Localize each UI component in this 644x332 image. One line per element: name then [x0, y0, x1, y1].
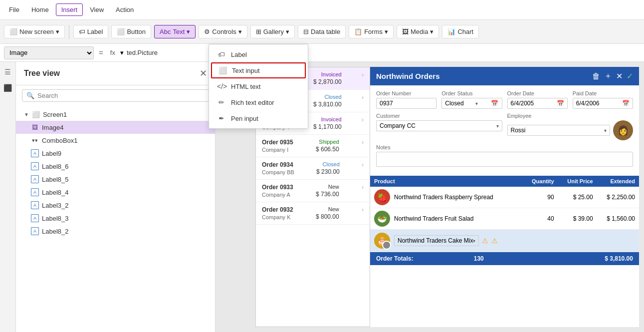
sidebar: Tree view ✕ 🔍 ▼ ⬜ Screen1 🖼 Image4 ▾▾ Co…: [16, 62, 215, 332]
content-area: Order 0937 Company K Invoiced $ 2,870.00…: [215, 62, 644, 332]
table-row-selected[interactable]: 🎂 Northwind Traders Cake Mix ▾ ⚠: [370, 230, 639, 252]
unit-col-header: Unit Price: [558, 176, 597, 187]
chevron-icon-first: ›: [362, 71, 364, 78]
tree-item-screen1[interactable]: ▼ ⬜ Screen1: [16, 108, 215, 121]
layers-icon[interactable]: ⬛: [1, 82, 14, 94]
new-screen-chevron: ▾: [56, 28, 59, 35]
button-icon: ⬜: [117, 28, 125, 35]
order-right-closed: Closed $ 3,810.00: [313, 94, 342, 108]
formula-input[interactable]: [127, 49, 640, 56]
controls-button[interactable]: ⚙ Controls ▾: [199, 25, 247, 38]
chevron-0935: ›: [362, 139, 364, 146]
order-item-0934[interactable]: Order 0934 Company BB Closed $ 230.00 ›: [256, 157, 370, 180]
search-icon: 🔍: [26, 92, 34, 99]
tree-item-label9[interactable]: A Label9: [16, 147, 215, 160]
chevron-0932: ›: [362, 206, 364, 213]
label-icon8: A: [31, 227, 39, 235]
label-button[interactable]: 🏷 Label: [73, 25, 109, 38]
data-table-button[interactable]: ⊟ Data table: [298, 25, 346, 38]
northwind-header: Northwind Orders 🗑 ＋ ✕ ✓: [370, 67, 639, 85]
order-status-select[interactable]: Closed ▾ 📅: [441, 98, 502, 109]
order-number-label: Order Number: [376, 90, 436, 96]
tree-item-label3-2[interactable]: A Label3_2: [16, 199, 215, 212]
add-button[interactable]: ＋: [604, 71, 612, 81]
tree-item-label8-5[interactable]: A Label8_5: [16, 173, 215, 186]
order-right-0937-first: Invoiced $ 2,870.00: [313, 71, 342, 85]
hamburger-icon[interactable]: ☰: [2, 66, 13, 78]
order-number-input[interactable]: 0937: [376, 98, 436, 109]
tree-item-combobox1[interactable]: ▾▾ ComboBox1: [16, 134, 215, 147]
tree-item-label8-2[interactable]: A Label8_2: [16, 225, 215, 238]
form-row-1: Order Number 0937 Order Status Closed ▾ …: [376, 90, 633, 109]
menu-home[interactable]: Home: [26, 4, 54, 15]
menu-action[interactable]: Action: [111, 4, 139, 15]
dropdown-item-text-input[interactable]: ⬜ Text input: [215, 62, 306, 78]
menu-file[interactable]: File: [4, 4, 24, 15]
employee-select[interactable]: Rossi ▾: [507, 125, 611, 136]
toolbar: ⬜ New screen ▾ 🏷 Label ⬜ Button Abc Text…: [0, 20, 644, 44]
close-button[interactable]: ✕: [616, 71, 623, 81]
paid-date-calendar-icon: 📅: [622, 100, 630, 107]
paid-date-field: Paid Date 6/4/2006 📅: [573, 90, 633, 109]
menu-view[interactable]: View: [85, 4, 109, 15]
notes-field: Notes: [376, 144, 633, 167]
product-select[interactable]: Northwind Traders Cake Mix ▾: [394, 235, 479, 246]
dropdown-item-pen-input[interactable]: ✒ Pen input: [215, 110, 308, 126]
order-status-field: Order Status Closed ▾ 📅: [441, 90, 502, 109]
media-icon: 🖼: [402, 28, 409, 35]
search-input[interactable]: [37, 92, 205, 99]
tree-item-label8-6[interactable]: A Label8_6: [16, 160, 215, 173]
gallery-icon: ⊞: [256, 28, 261, 35]
text-chevron: ▾: [187, 28, 190, 35]
gallery-chevron: ▾: [286, 28, 289, 35]
expand-icon: ▼: [24, 112, 29, 117]
order-date-calendar-icon: 📅: [557, 100, 564, 107]
order-item-0935[interactable]: Order 0935 Company I Shipped $ 606.50 ›: [256, 135, 370, 157]
warning-icon-2: ⚠: [491, 237, 498, 245]
dropdown-item-rich-text[interactable]: ✏ Rich text editor: [215, 94, 308, 110]
paid-date-input[interactable]: 6/4/2006 📅: [573, 98, 633, 109]
pen-dropdown-icon: ✒: [217, 114, 226, 122]
customer-arrow: ▾: [496, 123, 499, 129]
table-row[interactable]: 🥗 Northwind Traders Fruit Salad 40 $ 39.…: [370, 208, 639, 230]
label-icon3: A: [31, 162, 39, 170]
sidebar-close-button[interactable]: ✕: [200, 68, 207, 79]
gallery-button[interactable]: ⊞ Gallery ▾: [250, 25, 295, 38]
tree-item-label8-4[interactable]: A Label8_4: [16, 186, 215, 199]
chart-button[interactable]: 📊 Chart: [442, 25, 479, 38]
button-button[interactable]: ⬜ Button: [111, 25, 151, 38]
order-item-0933[interactable]: Order 0933 Company A New $ 736.00 ›: [256, 180, 370, 202]
calendar-icon: 📅: [491, 100, 498, 107]
label-icon4: A: [31, 175, 39, 183]
new-screen-button[interactable]: ⬜ New screen ▾: [4, 25, 65, 38]
order-item-0932[interactable]: Order 0932 Company K New $ 800.00 ›: [256, 202, 370, 225]
dropdown-item-html-text[interactable]: </> HTML text: [215, 78, 308, 94]
label-icon: 🏷: [79, 28, 85, 35]
table-header: Product Quantity Unit Price Extended: [370, 176, 639, 187]
northwind-detail: Northwind Orders 🗑 ＋ ✕ ✓ Order Number 09…: [370, 67, 639, 327]
check-button[interactable]: ✓: [627, 71, 633, 81]
delete-button[interactable]: 🗑: [592, 72, 600, 81]
main-area: ☰ ⬛ Tree view ✕ 🔍 ▼ ⬜ Screen1 🖼 Image4 ▾…: [0, 62, 644, 332]
chevron-0933: ›: [362, 184, 364, 191]
tree-item-label8-3[interactable]: A Label8_3: [16, 212, 215, 225]
product-select-row: Northwind Traders Cake Mix ▾ ⚠ ⚠: [394, 232, 498, 249]
notes-input[interactable]: [376, 152, 633, 167]
qty-col-header: Quantity: [523, 176, 558, 187]
tree-area: ▼ ⬜ Screen1 🖼 Image4 ▾▾ ComboBox1 A Labe…: [16, 106, 215, 240]
table-row[interactable]: 🍓 Northwind Traders Raspberry Spread 90 …: [370, 187, 639, 208]
media-button[interactable]: 🖼 Media ▾: [397, 25, 439, 38]
media-chevron: ▾: [430, 28, 433, 35]
employee-arrow: ▾: [604, 128, 607, 133]
tree-item-image4[interactable]: 🖼 Image4: [16, 121, 215, 134]
order-date-input[interactable]: 6/4/2005 📅: [507, 98, 568, 109]
new-screen-icon: ⬜: [9, 28, 17, 35]
text-icon: Abc: [160, 28, 171, 35]
text-button[interactable]: Abc Text ▾: [154, 25, 196, 38]
menu-insert[interactable]: Insert: [56, 3, 83, 16]
customer-select[interactable]: Company CC ▾: [376, 120, 502, 131]
forms-button[interactable]: 📋 Forms ▾: [349, 25, 394, 38]
formula-select[interactable]: Image: [4, 46, 94, 59]
fx-label: fx: [108, 49, 117, 56]
label-icon7: A: [31, 214, 39, 222]
